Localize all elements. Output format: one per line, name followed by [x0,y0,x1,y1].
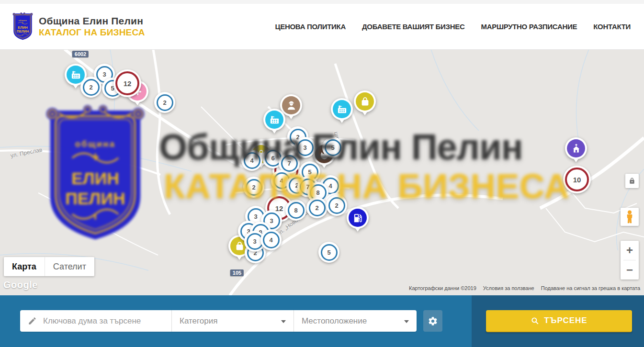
search-bar-right: ТЪРСЕНЕ [472,295,644,347]
map-cluster-marker[interactable]: 3 [294,137,316,158]
map-pin-factory[interactable] [263,109,285,131]
lock-scroll-button[interactable] [625,174,639,188]
map-cluster-marker[interactable]: 10 [563,166,591,193]
advanced-search-button[interactable] [423,310,442,332]
google-logo[interactable]: Google [3,280,38,291]
category-select-label: Категория [180,316,217,326]
location-select[interactable]: Местоположение [294,310,417,332]
map-cluster-marker[interactable]: 12 [113,69,141,97]
zoom-in-button[interactable]: + [621,241,639,260]
search-button-label: ТЪРСЕНЕ [544,316,587,325]
pegman-icon [623,210,636,224]
map-type-control: Карта Сателит [4,257,94,276]
map-type-map-button[interactable]: Карта [4,257,45,276]
street-label: 105 [230,269,244,276]
map-cluster-marker[interactable]: 5 [318,242,339,263]
map-pin-factory[interactable] [331,98,353,120]
svg-text:ПЕЛИН: ПЕЛИН [17,29,29,34]
map-canvas[interactable]: 6002105ул. Преславбул. „Новоселци“ции 32… [0,49,644,295]
map-cluster-marker[interactable]: 2 [326,195,347,216]
attribution-link[interactable]: Условия за ползване [483,285,534,291]
category-select[interactable]: Категория [171,310,294,332]
gear-icon [428,316,438,326]
nav-contacts[interactable]: КОНТАКТИ [593,22,631,31]
map-cluster-marker[interactable]: 2 [154,92,175,113]
search-icon [531,316,539,325]
chevron-down-icon [281,320,286,323]
zoom-out-button[interactable]: − [621,260,639,280]
zoom-control: + − [621,241,639,280]
map-cluster-marker[interactable]: 8 [285,200,306,221]
map-cluster-marker[interactable]: 2 [80,77,102,98]
map-pin-bag[interactable] [354,90,376,112]
site-title: Община Елин Пелин [39,15,145,27]
map-cluster-marker[interactable]: 5 [322,137,343,158]
nav-bus-schedule[interactable]: МАРШРУТНО РАЗПИСАНИЕ [481,22,577,31]
chevron-down-icon [404,320,409,323]
street-view-pegman-button[interactable] [621,208,639,226]
attribution-link[interactable]: Подаване на сигнал за грешка в картата [541,285,640,291]
svg-text:община: община [19,20,27,22]
map-cluster-marker[interactable]: 4 [241,150,262,171]
search-button[interactable]: ТЪРСЕНЕ [486,310,632,332]
location-select-label: Местоположение [302,316,367,326]
map-pin-fuel[interactable] [347,207,369,229]
map-attribution: Картографски данни ©2019Условия за ползв… [409,285,640,291]
municipality-crest-icon: община ЕЛИН ПЕЛИН [11,12,34,41]
keyword-field-wrap [20,310,171,332]
site-logo[interactable]: община ЕЛИН ПЕЛИН Община Елин Пелин КАТА… [11,12,145,41]
site-header: община ЕЛИН ПЕЛИН Община Елин Пелин КАТА… [0,4,644,50]
site-subtitle: КАТАЛОГ НА БИЗНЕСА [39,27,145,38]
street-label: 6002 [72,51,89,57]
nav-pricing[interactable]: ЦЕНОВА ПОЛИТИКА [275,22,346,31]
map-cluster-marker[interactable]: 4 [260,229,282,250]
keyword-search-input[interactable] [42,316,171,326]
search-input-group: Категория Местоположение [20,310,417,332]
map-type-satellite-button[interactable]: Сателит [45,257,94,276]
map-pin-church[interactable] [565,137,587,159]
lock-icon [629,178,635,184]
main-nav: ЦЕНОВА ПОЛИТИКАДОБАВЕТЕ ВАШИЯТ БИЗНЕСМАР… [275,22,633,31]
svg-text:ЕЛИН: ЕЛИН [18,25,27,30]
attribution-text: Картографски данни ©2019 [409,285,476,291]
nav-add-business[interactable]: ДОБАВЕТЕ ВАШИЯТ БИЗНЕС [362,22,464,31]
pencil-icon [28,316,37,325]
map-cluster-marker[interactable]: 2 [306,197,328,218]
search-bar: Категория Местоположение ТЪРСЕНЕ [0,295,644,347]
map-cluster-marker[interactable]: 2 [243,177,264,198]
